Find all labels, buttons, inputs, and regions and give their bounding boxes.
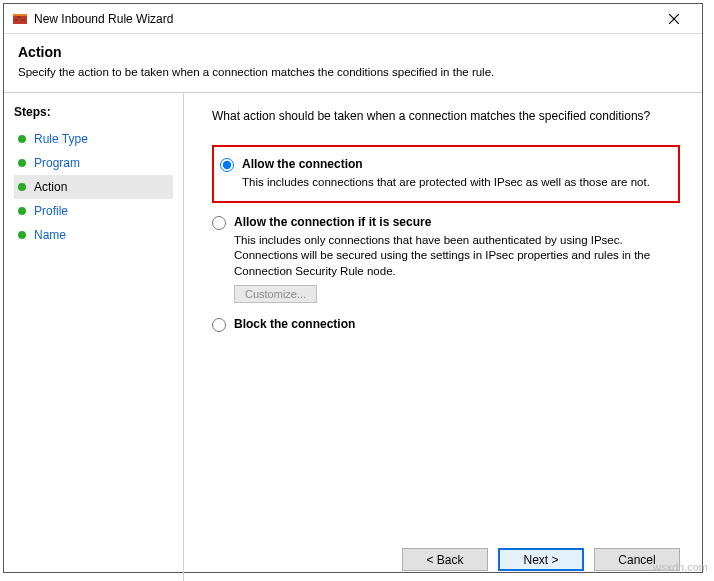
step-bullet-icon — [18, 135, 26, 143]
footer-buttons: < Back Next > Cancel — [212, 540, 680, 571]
back-button[interactable]: < Back — [402, 548, 488, 571]
option-allow: Allow the connection This includes conne… — [220, 157, 668, 191]
watermark: wsxdn.com — [653, 561, 708, 573]
step-rule-type[interactable]: Rule Type — [14, 127, 173, 151]
titlebar: New Inbound Rule Wizard — [4, 4, 702, 34]
body: Steps: Rule Type Program Action Profile … — [4, 93, 702, 581]
step-label: Name — [34, 228, 66, 242]
step-bullet-icon — [18, 159, 26, 167]
page-subtitle: Specify the action to be taken when a co… — [18, 66, 688, 78]
steps-title: Steps: — [14, 105, 173, 119]
svg-rect-2 — [17, 16, 21, 18]
option-block: Block the connection — [212, 317, 680, 335]
option-allow-secure: Allow the connection if it is secure Thi… — [212, 215, 680, 304]
step-label: Profile — [34, 204, 68, 218]
header: Action Specify the action to be taken wh… — [4, 34, 702, 93]
page-title: Action — [18, 44, 688, 60]
svg-rect-4 — [21, 19, 25, 21]
next-button[interactable]: Next > — [498, 548, 584, 571]
step-bullet-icon — [18, 207, 26, 215]
firewall-icon — [12, 11, 28, 27]
step-bullet-icon — [18, 183, 26, 191]
step-program[interactable]: Program — [14, 151, 173, 175]
option-description: This includes connections that are prote… — [242, 175, 668, 191]
option-description: This includes only connections that have… — [234, 233, 680, 280]
steps-sidebar: Steps: Rule Type Program Action Profile … — [4, 93, 184, 581]
step-name[interactable]: Name — [14, 223, 173, 247]
main-panel: What action should be taken when a conne… — [184, 93, 702, 581]
radio-block[interactable] — [212, 318, 226, 332]
step-bullet-icon — [18, 231, 26, 239]
wizard-window: New Inbound Rule Wizard Action Specify t… — [3, 3, 703, 573]
radio-allow-secure[interactable] — [212, 216, 226, 230]
option-title: Allow the connection — [242, 157, 668, 171]
step-label: Action — [34, 180, 67, 194]
svg-rect-1 — [13, 14, 27, 16]
step-label: Rule Type — [34, 132, 88, 146]
prompt-text: What action should be taken when a conne… — [212, 109, 680, 123]
svg-rect-3 — [14, 19, 18, 21]
customize-button: Customize... — [234, 285, 317, 303]
step-profile[interactable]: Profile — [14, 199, 173, 223]
option-title: Allow the connection if it is secure — [234, 215, 680, 229]
close-button[interactable] — [654, 5, 694, 33]
radio-allow[interactable] — [220, 158, 234, 172]
step-action[interactable]: Action — [14, 175, 173, 199]
option-title: Block the connection — [234, 317, 680, 331]
highlight-box: Allow the connection This includes conne… — [212, 145, 680, 203]
step-label: Program — [34, 156, 80, 170]
window-title: New Inbound Rule Wizard — [34, 12, 654, 26]
